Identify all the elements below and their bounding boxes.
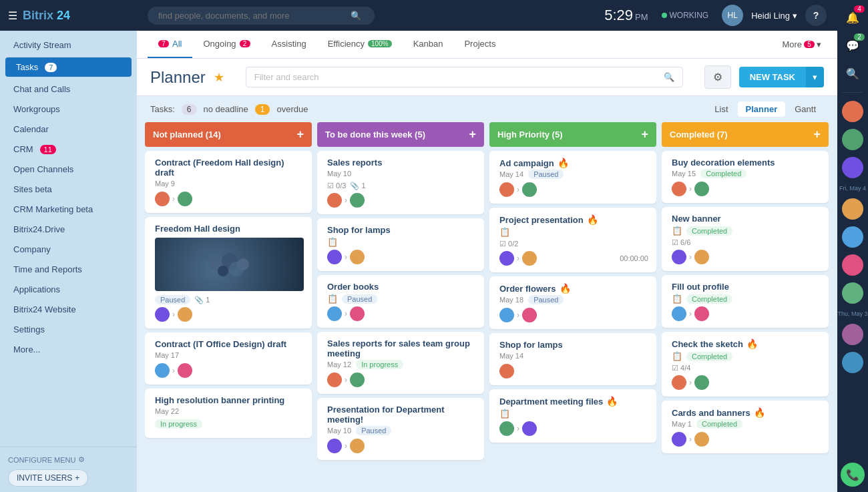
contact-avatar-4[interactable] xyxy=(842,198,863,220)
sidebar-item-workgroups[interactable]: Workgroups xyxy=(3,99,134,119)
divider xyxy=(843,92,863,93)
card-c18[interactable]: Check the sketch 🔥 📋 Completed ☑ 4/4 › xyxy=(662,332,829,397)
card-c1[interactable]: Contract (Freedom Hall design) draft May… xyxy=(145,151,312,213)
column-header-completed: Completed (7) + xyxy=(662,122,829,147)
plus-icon: + xyxy=(75,473,79,483)
phone-icon[interactable]: 📞 xyxy=(841,463,865,487)
sidebar-item-bitrix24-drive[interactable]: Bitrix24.Drive xyxy=(3,220,134,239)
card-c14[interactable]: Department meeting files 🔥 📋 › xyxy=(489,389,656,443)
card-c4[interactable]: High resolution banner printing May 22 I… xyxy=(145,389,312,438)
card-c5[interactable]: Sales reports May 10 ☑ 0/3 📎 1 › xyxy=(317,151,484,214)
card-c17[interactable]: Fill out profile 📋 Completed › xyxy=(662,275,829,328)
search-icon-right[interactable]: 🔍 xyxy=(841,61,865,85)
contact-avatar-7[interactable] xyxy=(842,282,863,304)
settings-button[interactable]: ⚙ xyxy=(704,65,731,89)
messages-icon[interactable]: 💬 2 xyxy=(841,33,865,57)
card-c7[interactable]: Order books 📋 Paused › xyxy=(317,275,484,328)
card-c12[interactable]: Order flowers 🔥 May 18 Paused › xyxy=(489,276,656,329)
card-c9[interactable]: Presentation for Department meeting! May… xyxy=(317,398,484,460)
arrow-icon: › xyxy=(689,435,692,444)
card-c11[interactable]: Project presentation 🔥 📋 ☑ 0/2 › 00:00: xyxy=(489,208,656,272)
contact-avatar-2[interactable] xyxy=(842,129,863,150)
user-avatar[interactable]: HL xyxy=(722,5,743,26)
card-c6[interactable]: Shop for lamps 📋 › xyxy=(317,218,484,271)
tab-ongoing[interactable]: Ongoing 2 xyxy=(192,31,260,58)
column-add-not-planned[interactable]: + xyxy=(296,128,304,142)
sidebar-item-company[interactable]: Company xyxy=(3,240,134,259)
status-badge: Completed xyxy=(686,352,732,361)
sidebar-item-applications[interactable]: Applications xyxy=(3,280,134,299)
status-badge: Paused xyxy=(342,294,377,304)
avatar xyxy=(178,307,192,322)
sidebar-item-crm-marketing[interactable]: CRM Marketing beta xyxy=(3,200,134,219)
search-bar[interactable]: 🔍 xyxy=(148,7,375,25)
more-button[interactable]: More 5 ▾ xyxy=(777,34,827,55)
arrow-icon: › xyxy=(345,375,347,385)
user-name[interactable]: Heidi Ling ▾ xyxy=(751,11,797,21)
contact-avatar-6[interactable] xyxy=(842,254,863,276)
sidebar-item-sites[interactable]: Sites beta xyxy=(3,180,134,199)
sidebar-item-crm[interactable]: CRM 11 xyxy=(3,140,134,159)
notification-badge: 4 xyxy=(854,5,865,13)
star-icon[interactable]: ★ xyxy=(214,70,224,85)
contact-avatar-1[interactable] xyxy=(842,101,863,122)
notifications-icon[interactable]: 🔔 4 xyxy=(841,5,865,29)
working-status[interactable]: WORKING xyxy=(662,11,709,20)
sidebar-item-activity-stream[interactable]: Activity Stream xyxy=(3,35,134,55)
contact-avatar-3[interactable] xyxy=(842,157,863,178)
sidebar-item-more[interactable]: More... xyxy=(3,340,134,359)
hamburger-icon[interactable]: ☰ xyxy=(8,9,17,22)
contact-avatar-5[interactable] xyxy=(842,226,863,248)
sidebar-item-time-and-reports[interactable]: Time and Reports xyxy=(3,260,134,279)
contact-avatar-8[interactable] xyxy=(842,324,863,345)
column-not-planned: Not planned (14) + Contract (Freedom Hal… xyxy=(145,122,312,484)
new-task-button[interactable]: NEW TASK xyxy=(739,67,806,87)
tabs-bar: 7 All Ongoing 2 Assisting Efficiency 100… xyxy=(137,31,837,59)
card-c3[interactable]: Contract (IT Office Design) draft May 17… xyxy=(145,332,312,385)
avatar xyxy=(672,432,686,447)
avatar xyxy=(327,250,342,264)
card-c2[interactable]: Freedom Hall design xyxy=(145,217,312,328)
clip-icon: 📎 1 xyxy=(194,296,210,304)
arrow-icon: › xyxy=(689,378,692,387)
tab-kanban[interactable]: Kanban xyxy=(403,31,454,58)
arrow-icon: › xyxy=(172,194,175,204)
arrow-icon: › xyxy=(517,310,519,320)
invite-users-button[interactable]: INVITE USERS + xyxy=(8,469,88,487)
status-badge: Completed xyxy=(686,226,732,236)
card-c15[interactable]: Buy decoration elements May 15 Completed… xyxy=(662,151,829,203)
tab-all[interactable]: 7 All xyxy=(148,31,192,58)
card-c13[interactable]: Shop for lamps May 14 xyxy=(489,333,656,385)
column-add-high-priority[interactable]: + xyxy=(641,128,648,142)
card-c19[interactable]: Cards and banners 🔥 May 1 Completed › xyxy=(662,401,829,453)
timer: 00:00:00 xyxy=(620,254,648,262)
no-deadline-badge: 6 xyxy=(182,104,197,115)
sidebar-item-chat-and-calls[interactable]: Chat and Calls xyxy=(3,79,134,99)
tab-efficiency[interactable]: Efficiency 100% xyxy=(317,31,403,58)
column-add-completed[interactable]: + xyxy=(813,128,821,142)
sidebar-item-open-channels[interactable]: Open Channels xyxy=(3,160,134,179)
column-add-to-be-done[interactable]: + xyxy=(469,128,476,142)
view-tab-gantt[interactable]: Gantt xyxy=(787,101,824,117)
search-input[interactable] xyxy=(158,11,345,21)
status-badge: Paused xyxy=(528,295,564,304)
new-task-dropdown[interactable]: ▾ xyxy=(806,67,824,87)
view-tab-list[interactable]: List xyxy=(706,101,736,117)
contact-avatar-9[interactable] xyxy=(842,352,863,373)
sidebar-item-calendar[interactable]: Calendar xyxy=(3,119,134,139)
tab-assisting[interactable]: Assisting xyxy=(261,31,317,58)
tab-projects[interactable]: Projects xyxy=(453,31,506,58)
sidebar-item-settings[interactable]: Settings xyxy=(3,320,134,339)
view-tab-planner[interactable]: Planner xyxy=(738,101,786,117)
help-button[interactable]: ? xyxy=(805,5,827,26)
card-c8[interactable]: Sales reports for sales team group meeti… xyxy=(317,332,484,394)
sidebar-item-tasks[interactable]: Tasks 7 xyxy=(5,57,132,77)
sidebar-item-bitrix24-website[interactable]: Bitrix24 Website xyxy=(3,300,134,319)
status-badge: Completed xyxy=(686,294,732,304)
status-badge: In progress xyxy=(155,419,202,429)
filter-search[interactable]: Filter and search 🔍 xyxy=(246,67,683,87)
configure-menu[interactable]: CONFIGURE MENU ⚙ xyxy=(8,453,129,467)
card-c16[interactable]: New banner 📋 Completed ☑ 6/6 › xyxy=(662,207,829,271)
card-c10[interactable]: Ad campaign 🔥 May 14 Paused › xyxy=(489,151,656,204)
time-display: 5:29 PM xyxy=(604,7,648,24)
